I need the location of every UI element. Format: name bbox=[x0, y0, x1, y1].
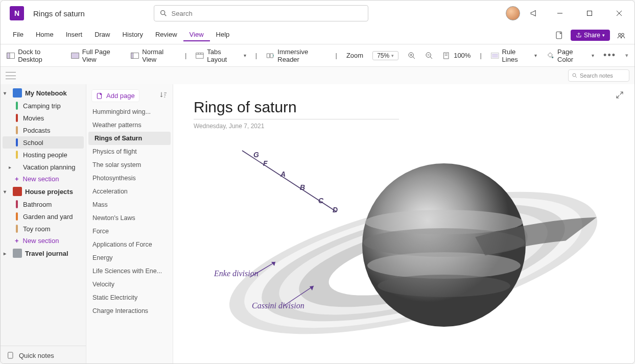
view-ribbon: Dock to Desktop Full Page View Normal Vi… bbox=[1, 44, 634, 67]
zoom-in-button[interactable] bbox=[408, 52, 416, 60]
ring-label-c: C bbox=[318, 197, 323, 205]
global-search[interactable] bbox=[154, 5, 368, 21]
note-canvas[interactable]: Rings of saturn Wednesday, June 7, 2021 bbox=[173, 84, 634, 364]
page-item[interactable]: The solar system bbox=[86, 158, 173, 172]
page-item[interactable]: Life Sciences with Ene... bbox=[86, 264, 173, 278]
page-item[interactable]: Energy bbox=[86, 251, 173, 264]
rule-lines-dropdown[interactable]: Rule Lines bbox=[491, 48, 537, 63]
new-section-button[interactable]: +New section bbox=[1, 235, 86, 247]
section-item[interactable]: Hosting people bbox=[3, 149, 84, 161]
page-item[interactable]: Charge Interactions bbox=[86, 304, 173, 318]
page-item[interactable]: Newton's Laws bbox=[86, 211, 173, 225]
search-input[interactable] bbox=[172, 10, 363, 17]
svg-point-32 bbox=[552, 56, 554, 58]
menu-draw[interactable]: Draw bbox=[88, 29, 116, 41]
ink-label-cassini: Cassini division bbox=[252, 301, 304, 310]
section-item[interactable]: Toy room bbox=[3, 223, 84, 235]
svg-line-34 bbox=[576, 77, 577, 78]
search-icon bbox=[159, 9, 168, 17]
page-item[interactable]: Hummingbird wing... bbox=[86, 105, 173, 118]
minimize-button[interactable] bbox=[549, 6, 571, 21]
normal-view-button[interactable]: Normal View bbox=[131, 48, 176, 63]
page-date: Wednesday, June 7, 2021 bbox=[194, 123, 614, 130]
page-item[interactable]: Velocity bbox=[86, 278, 173, 291]
svg-line-1 bbox=[164, 14, 166, 16]
immersive-reader-button[interactable]: Immersive Reader bbox=[266, 48, 326, 63]
more-options-button[interactable]: ••• bbox=[603, 50, 616, 61]
zoom-label: Zoom bbox=[346, 52, 363, 59]
zoom-out-button[interactable] bbox=[425, 52, 433, 60]
section-item[interactable]: Bathroom bbox=[3, 198, 84, 210]
nav-toggle-icon[interactable] bbox=[6, 72, 16, 79]
page-item[interactable]: Physics of flight bbox=[86, 145, 173, 158]
share-button[interactable]: Share ▾ bbox=[571, 30, 610, 41]
ring-label-f: F bbox=[263, 159, 268, 167]
page-item[interactable]: Photosynthesis bbox=[86, 172, 173, 185]
collapse-ribbon-button[interactable]: ▾ bbox=[625, 52, 628, 59]
new-section-button[interactable]: +New section bbox=[1, 173, 86, 185]
section-item[interactable]: Garden and yard bbox=[3, 210, 84, 223]
zoom-100-button[interactable]: 100% bbox=[442, 52, 471, 60]
app-icon: N bbox=[10, 6, 24, 20]
page-item[interactable]: Force bbox=[86, 225, 173, 238]
section-item[interactable]: Movies bbox=[3, 112, 84, 124]
menu-bar: FileHomeInsertDrawHistoryReviewViewHelp … bbox=[1, 26, 634, 44]
page-item[interactable]: Applications of Force bbox=[86, 238, 173, 251]
svg-point-47 bbox=[378, 275, 510, 297]
page-item[interactable]: Mass bbox=[86, 198, 173, 211]
full-page-view-button[interactable]: Full Page View bbox=[71, 48, 122, 63]
svg-point-33 bbox=[573, 74, 576, 77]
svg-rect-13 bbox=[131, 53, 133, 58]
ink-label-enke: Enke division bbox=[214, 269, 258, 278]
saturn-illustration: G F A B C D Enke division Cassini divisi… bbox=[204, 135, 623, 355]
expand-canvas-icon[interactable] bbox=[615, 90, 624, 100]
section-item[interactable]: School bbox=[3, 136, 84, 149]
svg-rect-6 bbox=[556, 32, 562, 39]
sort-pages-button[interactable] bbox=[159, 91, 168, 101]
page-item[interactable]: Static Electricity bbox=[86, 291, 173, 304]
close-button[interactable] bbox=[608, 6, 630, 21]
section-item[interactable]: Podcasts bbox=[3, 124, 84, 136]
add-page-button[interactable]: Add page bbox=[91, 89, 139, 102]
notes-mode-icon[interactable] bbox=[552, 28, 567, 42]
menu-history[interactable]: History bbox=[116, 29, 149, 41]
main-area: ▾My NotebookCamping tripMoviesPodcastsSc… bbox=[1, 84, 634, 364]
svg-point-8 bbox=[622, 33, 624, 36]
collab-icon[interactable] bbox=[614, 28, 628, 42]
notebook-header[interactable]: ▸Travel journal bbox=[1, 247, 86, 260]
user-avatar[interactable] bbox=[506, 6, 520, 20]
zoom-percent-dropdown[interactable]: 75%▾ bbox=[372, 51, 398, 60]
dock-to-desktop-button[interactable]: Dock to Desktop bbox=[7, 48, 62, 63]
share-label: Share bbox=[584, 32, 600, 39]
menu-insert[interactable]: Insert bbox=[60, 29, 89, 41]
svg-rect-35 bbox=[8, 352, 13, 358]
menu-review[interactable]: Review bbox=[149, 29, 183, 41]
title-bar: N Rings of saturn bbox=[1, 1, 634, 26]
menu-view[interactable]: View bbox=[183, 29, 210, 41]
sub-toolbar: Search notes bbox=[1, 67, 634, 84]
ring-label-d: D bbox=[333, 206, 338, 214]
svg-line-19 bbox=[413, 57, 415, 59]
search-notes-box[interactable]: Search notes bbox=[568, 69, 629, 82]
tabs-layout-dropdown[interactable]: Tabs Layout bbox=[196, 48, 246, 63]
page-item[interactable]: Acceleration bbox=[86, 185, 173, 198]
page-title[interactable]: Rings of saturn bbox=[194, 99, 399, 119]
svg-rect-10 bbox=[7, 53, 10, 58]
section-item[interactable]: ▸Vacation planning bbox=[3, 161, 84, 173]
page-item[interactable]: Weather patterns bbox=[86, 118, 173, 132]
maximize-button[interactable] bbox=[578, 6, 601, 21]
megaphone-icon[interactable] bbox=[527, 6, 542, 20]
menu-file[interactable]: File bbox=[7, 29, 30, 41]
section-item[interactable]: Camping trip bbox=[3, 100, 84, 112]
ring-label-g: G bbox=[253, 151, 259, 159]
page-color-dropdown[interactable]: Page Color bbox=[546, 48, 594, 63]
menu-help[interactable]: Help bbox=[210, 29, 236, 41]
notebook-header[interactable]: ▾My Notebook bbox=[1, 86, 86, 100]
notebook-header[interactable]: ▾House projects bbox=[1, 185, 86, 198]
svg-line-23 bbox=[430, 57, 432, 59]
svg-rect-25 bbox=[444, 53, 449, 59]
page-item[interactable]: Rings of Saturn bbox=[88, 132, 171, 145]
menu-home[interactable]: Home bbox=[30, 29, 60, 41]
svg-point-7 bbox=[619, 33, 621, 36]
quick-notes-button[interactable]: Quick notes bbox=[1, 346, 86, 364]
